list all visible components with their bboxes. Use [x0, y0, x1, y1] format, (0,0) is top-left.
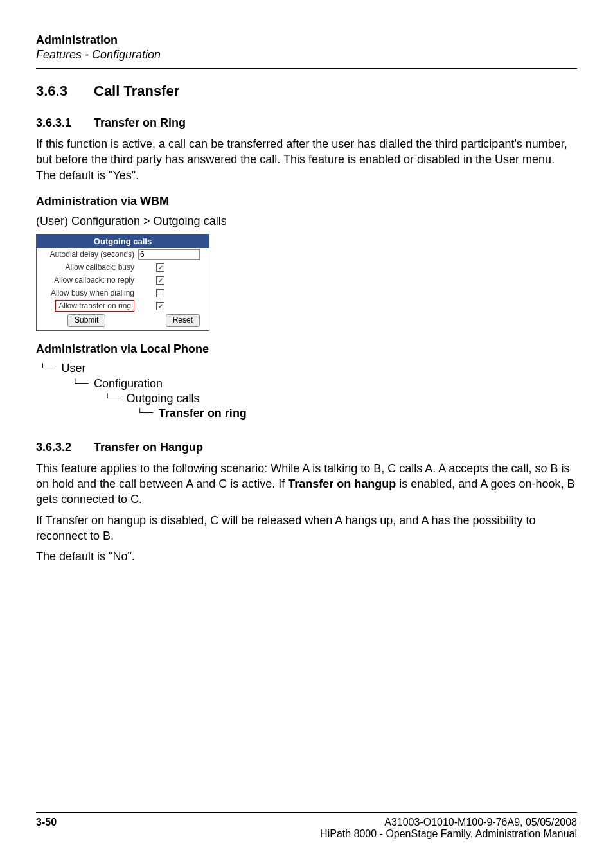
- tree-node-transfer-on-ring: └── Transfer on ring: [40, 406, 577, 421]
- page-footer: 3-50 A31003-O1010-M100-9-76A9, 05/05/200…: [36, 812, 577, 840]
- checkbox-callback-noreply[interactable]: ✔: [156, 276, 164, 285]
- panel-button-row: Submit Reset: [37, 312, 209, 330]
- label-transfer-on-ring: Allow transfer on ring: [37, 300, 138, 312]
- panel-title: Outgoing calls: [37, 235, 209, 248]
- header-rule: [36, 68, 577, 69]
- paragraph: This feature applies to the following sc…: [36, 461, 577, 508]
- subsection-heading: 3.6.3.1 Transfer on Ring: [36, 116, 577, 130]
- subsection-title: Transfer on Hangup: [94, 441, 203, 454]
- subsection-title: Transfer on Ring: [94, 116, 186, 130]
- section-number: 3.6.3: [36, 83, 94, 100]
- row-busy-dialling: Allow busy when dialling: [37, 287, 209, 299]
- checkbox-transfer-on-ring[interactable]: ✔: [156, 302, 164, 310]
- paragraph: If Transfer on hangup is disabled, C wil…: [36, 513, 577, 544]
- tree-node-user: └── User: [40, 361, 577, 376]
- page-header-subtitle: Features - Configuration: [36, 48, 577, 62]
- footer-rule: [36, 812, 577, 813]
- label-callback-noreply: Allow callback: no reply: [37, 276, 138, 285]
- tree-node-configuration: └── Configuration: [40, 376, 577, 391]
- subsection-number: 3.6.3.2: [36, 441, 94, 454]
- label-autodial: Autodial delay (seconds): [37, 250, 138, 259]
- wbm-path: (User) Configuration > Outgoing calls: [36, 213, 577, 229]
- label-busy-dialling: Allow busy when dialling: [37, 288, 138, 297]
- input-autodial-delay[interactable]: [138, 249, 200, 260]
- subsection-heading: 3.6.3.2 Transfer on Hangup: [36, 441, 577, 454]
- row-transfer-on-ring: Allow transfer on ring ✔: [37, 299, 209, 312]
- paragraph: The default is "No".: [36, 549, 577, 564]
- paragraph: If this function is active, a call can b…: [36, 136, 577, 183]
- page-header-title: Administration: [36, 33, 577, 47]
- local-phone-heading: Administration via Local Phone: [36, 342, 577, 356]
- doc-id: A31003-O1010-M100-9-76A9, 05/05/2008: [320, 817, 577, 828]
- section-title: Call Transfer: [94, 83, 179, 100]
- menu-tree: └── User └── Configuration └── Outgoing …: [40, 361, 577, 421]
- checkbox-callback-busy[interactable]: ✔: [156, 263, 164, 272]
- label-callback-busy: Allow callback: busy: [37, 263, 138, 272]
- row-callback-noreply: Allow callback: no reply ✔: [37, 274, 209, 287]
- subsection-number: 3.6.3.1: [36, 116, 94, 130]
- tree-node-outgoing-calls: └── Outgoing calls: [40, 391, 577, 406]
- wbm-heading: Administration via WBM: [36, 195, 577, 208]
- section-heading: 3.6.3 Call Transfer: [36, 83, 577, 100]
- row-callback-busy: Allow callback: busy ✔: [37, 261, 209, 274]
- outgoing-calls-panel: Outgoing calls Autodial delay (seconds) …: [36, 234, 209, 331]
- submit-button[interactable]: Submit: [67, 314, 105, 327]
- page-number: 3-50: [36, 817, 57, 840]
- checkbox-busy-dialling[interactable]: [156, 289, 164, 297]
- reset-button[interactable]: Reset: [166, 314, 200, 327]
- row-autodial: Autodial delay (seconds): [37, 248, 209, 261]
- doc-title: HiPath 8000 - OpenStage Family, Administ…: [320, 828, 577, 840]
